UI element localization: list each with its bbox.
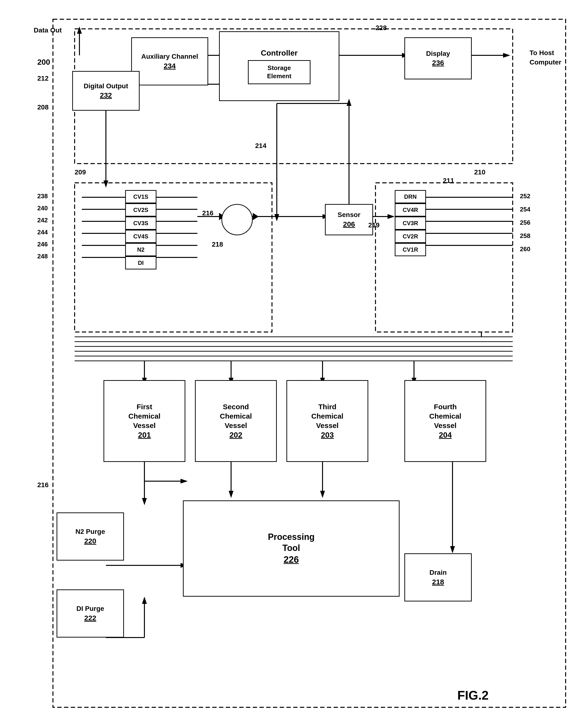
ref-212: 212 [37, 75, 49, 82]
ref-242: 242 [37, 216, 48, 224]
digital-output-box: Digital Output 232 [72, 71, 140, 111]
display-box: Display 236 [404, 37, 472, 79]
ref-208: 208 [37, 103, 49, 111]
ref-256: 256 [520, 219, 530, 226]
svg-marker-63 [142, 597, 147, 604]
di-box: DI [125, 256, 156, 269]
controller-box: Controller StorageElement [219, 31, 339, 101]
n2-box: N2 [125, 243, 156, 256]
ref-254: 254 [520, 206, 530, 213]
svg-marker-56 [450, 546, 455, 553]
cv3r-box: CV3R [395, 216, 426, 230]
ref-238: 238 [37, 192, 48, 200]
cv4r-box: CV4R [395, 203, 426, 216]
svg-marker-17 [103, 180, 108, 188]
ref-200: 200 [37, 58, 50, 67]
ref-216-bottom: 216 [37, 481, 49, 489]
n2-purge-box: N2 Purge 220 [56, 513, 124, 561]
third-vessel-box: ThirdChemicalVessel 203 [286, 380, 368, 462]
processing-tool-box: ProcessingTool 226 [183, 500, 400, 597]
ref-211: 211 [443, 177, 454, 184]
ref-209: 209 [75, 168, 86, 176]
ref-244: 244 [37, 229, 48, 236]
diagram: Data Out 200 208 To HostComputer 228 Aux… [0, 0, 582, 728]
ref-248: 248 [37, 253, 48, 260]
cv2s-box: CV2S [125, 203, 156, 216]
data-out-label: Data Out [34, 26, 62, 34]
pump-circle [222, 204, 253, 235]
cv1r-box: CV1R [395, 243, 426, 256]
svg-marker-54 [180, 479, 188, 484]
ref-214: 214 [255, 142, 267, 150]
svg-marker-11 [503, 53, 510, 58]
ref-228: 228 [376, 24, 387, 32]
di-purge-box: DI Purge 222 [56, 590, 124, 638]
ref-258: 258 [520, 232, 530, 240]
ref-218-pump: 218 [212, 240, 223, 248]
svg-marker-24 [253, 213, 259, 220]
figure-label: FIG.2 [457, 688, 489, 702]
svg-marker-5 [77, 26, 82, 34]
svg-marker-27 [387, 214, 395, 219]
svg-rect-0 [53, 19, 566, 707]
cv3s-box: CV3S [125, 216, 156, 230]
drain-box: Drain 218 [404, 553, 472, 601]
ref-210: 210 [474, 168, 485, 176]
svg-marker-49 [229, 491, 233, 498]
second-vessel-box: SecondChemicalVessel 202 [195, 380, 277, 462]
ref-240: 240 [37, 205, 48, 212]
svg-marker-13 [274, 214, 279, 221]
ref-252: 252 [520, 192, 530, 200]
ref-219: 219 [368, 221, 380, 229]
ref-246: 246 [37, 240, 48, 248]
to-host-label: To HostComputer [530, 48, 561, 67]
ref-216-top: 216 [202, 209, 213, 217]
svg-marker-58 [142, 498, 147, 505]
cv4s-box: CV4S [125, 230, 156, 243]
cv2r-box: CV2R [395, 230, 426, 243]
svg-marker-51 [320, 491, 325, 498]
fourth-vessel-box: FourthChemicalVessel 204 [404, 380, 486, 462]
cv1s-box: CV1S [125, 190, 156, 203]
storage-element-box: StorageElement [248, 60, 310, 84]
drn-box: DRN [395, 190, 426, 203]
ref-260: 260 [520, 245, 530, 253]
auxiliary-channel-box: Auxiliary Channel 234 [131, 37, 208, 85]
svg-marker-21 [347, 99, 351, 106]
sensor-box: Sensor 206 [325, 204, 373, 235]
first-vessel-box: FirstChemicalVessel 201 [103, 380, 185, 462]
